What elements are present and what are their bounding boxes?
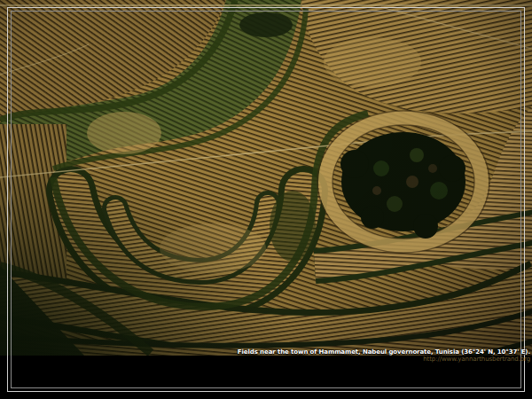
aerial-photo-art — [0, 0, 532, 356]
vignette — [0, 0, 532, 356]
photo-credit-url: http://www.yannarthusbertrand.org — [238, 356, 530, 363]
photo-caption: Fields near the town of Hammamet, Nabeul… — [238, 349, 530, 363]
photo-caption-title: Fields near the town of Hammamet, Nabeul… — [238, 349, 530, 356]
desktop-wallpaper: Fields near the town of Hammamet, Nabeul… — [0, 0, 532, 399]
aerial-photo — [0, 0, 532, 356]
